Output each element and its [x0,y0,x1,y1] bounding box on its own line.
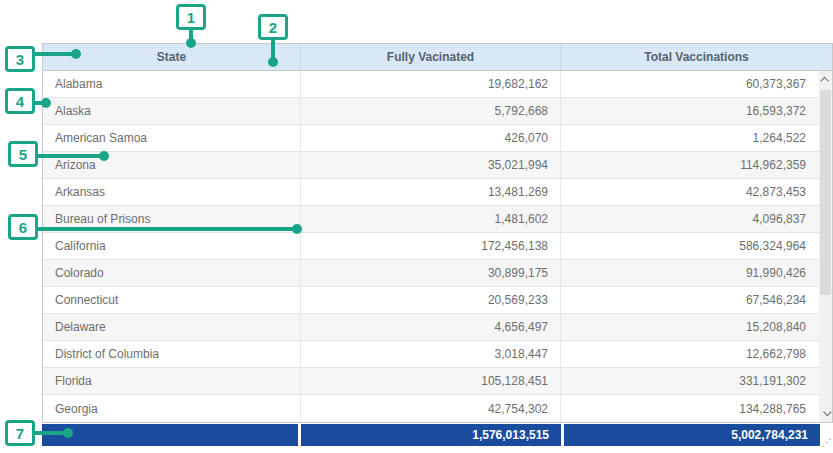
callout-3-dot [71,49,81,59]
cell-total-vaccinations: 15,208,840 [561,314,832,340]
cell-state: California [43,233,301,259]
table-row-florida[interactable]: Florida105,128,451331,191,302 [43,368,832,395]
summary-row: 1,576,013,515 5,002,784,231 [42,424,820,446]
cell-total-vaccinations: 60,373,367 [561,71,832,97]
cell-fully-vaccinated: 1,481,602 [301,206,561,232]
cell-fully-vaccinated: 4,656,497 [301,314,561,340]
cell-state: Georgia [43,395,301,422]
cell-state: Colorado [43,260,301,286]
callout-6-connector [36,227,297,231]
summary-cell-fully-vaccinated: 1,576,013,515 [301,424,561,446]
table-row-alaska[interactable]: Alaska5,792,66816,593,372 [43,98,832,125]
cell-state: Alabama [43,71,301,97]
cell-fully-vaccinated: 30,899,175 [301,260,561,286]
cell-fully-vaccinated: 5,792,668 [301,98,561,124]
annotation-callout-3: 3 [5,46,35,72]
cell-state: American Samoa [43,125,301,151]
cell-total-vaccinations: 67,546,234 [561,287,832,313]
cell-state: Connecticut [43,287,301,313]
cell-total-vaccinations: 331,191,302 [561,368,832,394]
cell-fully-vaccinated: 19,682,162 [301,71,561,97]
cell-state: Arkansas [43,179,301,205]
annotation-callout-2: 2 [258,14,288,40]
table-row-american-samoa[interactable]: American Samoa426,0701,264,522 [43,125,832,152]
cell-fully-vaccinated: 105,128,451 [301,368,561,394]
table-header-row: State Fully Vacinated Total Vaccinations [43,44,832,71]
cell-total-vaccinations: 4,096,837 [561,206,832,232]
table-row-arizona[interactable]: Arizona35,021,994114,962,359 [43,152,832,179]
vertical-scrollbar[interactable] [819,71,832,422]
cell-total-vaccinations: 16,593,372 [561,98,832,124]
annotation-callout-7: 7 [5,420,35,446]
data-table: State Fully Vacinated Total Vaccinations… [42,43,833,423]
annotation-callout-5: 5 [8,141,38,167]
cell-total-vaccinations: 91,990,426 [561,260,832,286]
summary-cell-total-vaccinations: 5,002,784,231 [564,424,820,446]
table-row-georgia[interactable]: Georgia42,754,302134,288,765 [43,395,832,422]
cell-fully-vaccinated: 42,754,302 [301,395,561,422]
callout-5-dot [99,151,109,161]
table-row-connecticut[interactable]: Connecticut20,569,23367,546,234 [43,287,832,314]
cell-fully-vaccinated: 172,456,138 [301,233,561,259]
cell-fully-vaccinated: 13,481,269 [301,179,561,205]
annotation-callout-4: 4 [5,88,35,114]
table-row-district-of-columbia[interactable]: District of Columbia3,018,44712,662,798 [43,341,832,368]
scroll-up-button[interactable] [819,74,832,88]
column-header-state[interactable]: State [43,44,301,70]
chevron-down-icon [823,408,831,416]
callout-6-dot [292,224,302,234]
resize-grip-icon[interactable]: ⋰ [820,437,832,449]
cell-state: Delaware [43,314,301,340]
cell-fully-vaccinated: 3,018,447 [301,341,561,367]
table-body: Alabama19,682,16260,373,367Alaska5,792,6… [43,71,832,422]
chevron-up-icon [820,77,828,85]
vaccination-table-view: State Fully Vacinated Total Vaccinations… [0,0,833,453]
summary-cell-state [42,424,298,446]
cell-total-vaccinations: 134,288,765 [561,395,832,422]
cell-total-vaccinations: 42,873,453 [561,179,832,205]
cell-total-vaccinations: 586,324,964 [561,233,832,259]
callout-7-dot [63,428,73,438]
cell-total-vaccinations: 12,662,798 [561,341,832,367]
table-row-arkansas[interactable]: Arkansas13,481,26942,873,453 [43,179,832,206]
table-row-delaware[interactable]: Delaware4,656,49715,208,840 [43,314,832,341]
table-row-california[interactable]: California172,456,138586,324,964 [43,233,832,260]
scroll-down-button[interactable] [819,405,832,419]
cell-state: District of Columbia [43,341,301,367]
column-header-fully-vaccinated[interactable]: Fully Vacinated [301,44,561,70]
cell-fully-vaccinated: 426,070 [301,125,561,151]
cell-fully-vaccinated: 20,569,233 [301,287,561,313]
cell-fully-vaccinated: 35,021,994 [301,152,561,178]
table-row-colorado[interactable]: Colorado30,899,17591,990,426 [43,260,832,287]
callout-5-connector [36,154,104,158]
callout-4-dot [41,98,51,108]
cell-total-vaccinations: 1,264,522 [561,125,832,151]
callout-1-dot [186,38,196,48]
scrollbar-thumb[interactable] [820,90,831,295]
table-row-alabama[interactable]: Alabama19,682,16260,373,367 [43,71,832,98]
callout-2-dot [268,57,278,67]
cell-state: Florida [43,368,301,394]
annotation-callout-6: 6 [8,214,38,240]
annotation-callout-1: 1 [176,4,206,30]
column-header-total-vaccinations[interactable]: Total Vaccinations [561,44,832,70]
cell-state: Alaska [43,98,301,124]
cell-total-vaccinations: 114,962,359 [561,152,832,178]
